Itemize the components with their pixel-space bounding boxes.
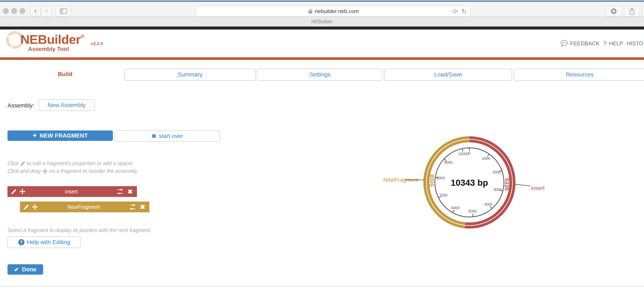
header-orange-divider	[0, 57, 644, 60]
help-label: HELP	[609, 40, 623, 47]
feedback-link[interactable]: FEEDBACK	[560, 40, 600, 47]
sidebar-toggle-button[interactable]	[56, 6, 71, 17]
feedback-label: FEEDBACK	[570, 40, 600, 47]
svg-text:4000: 4000	[484, 202, 492, 207]
download-icon	[610, 8, 617, 15]
tab-build-label: Build	[58, 71, 72, 77]
svg-text:5000: 5000	[468, 209, 476, 213]
fragment-name: NewFragment	[38, 204, 130, 210]
instruction-text: on a fragment to reorder the assembly.	[50, 168, 138, 174]
new-fragment-label: NEW FRAGMENT	[40, 132, 88, 139]
logo-title[interactable]: NEBuilder®	[20, 32, 84, 47]
logo-subtitle: Assembly Tool	[28, 46, 69, 52]
registered-mark: ®	[81, 34, 84, 39]
svg-text:6000: 6000	[451, 206, 460, 210]
speech-bubble-icon	[560, 40, 568, 47]
url-bar[interactable]: nebuilder.neb.com ↻	[196, 6, 471, 17]
move-icon	[42, 169, 48, 174]
done-button[interactable]: ✔ Done	[8, 264, 43, 275]
instruction-text: Click and drag	[8, 168, 41, 174]
help-with-editing-button[interactable]: ? Help with Editing	[8, 236, 81, 248]
back-button[interactable]: ‹	[30, 6, 41, 17]
instruction-text: Select a fragment to display its junctio…	[8, 227, 151, 233]
tab-settings[interactable]: Settings	[257, 69, 383, 81]
tab-summary[interactable]: Summary	[124, 69, 256, 81]
move-handle-icon[interactable]	[20, 189, 25, 195]
back-icon: ‹	[34, 7, 37, 15]
tab-settings-label: Settings	[309, 71, 330, 78]
plasmid-map[interactable]: 5335500801000200030004000500060007000800…	[382, 129, 564, 245]
exchange-icon[interactable]	[117, 189, 123, 195]
select-fragment-hint: Select a fragment to display its junctio…	[8, 227, 151, 233]
sidebar-icon	[60, 9, 67, 14]
window-zoom-button[interactable]	[20, 8, 25, 14]
delete-x-icon[interactable]: ✖	[140, 203, 145, 211]
header-links: FEEDBACK ? HELP HISTO	[560, 30, 644, 57]
done-label: Done	[22, 266, 36, 273]
x-icon: ✖	[152, 133, 156, 140]
tab-build[interactable]: Build	[8, 69, 123, 80]
instruction-text: to edit a fragment's properties or add a…	[27, 160, 134, 167]
reload-icon[interactable]: ↻	[462, 8, 466, 15]
help-circle-icon: ?	[18, 239, 24, 245]
exchange-icon[interactable]	[130, 204, 136, 210]
svg-text:5008: 5008	[428, 174, 435, 187]
delete-x-icon[interactable]: ✖	[128, 188, 133, 195]
mute-speaker-icon[interactable]	[452, 9, 458, 14]
svg-text:5335: 5335	[504, 178, 510, 191]
browser-tab-bar[interactable]: NEBuilder	[0, 17, 644, 27]
pencil-icon	[20, 161, 25, 166]
tab-summary-label: Summary	[178, 71, 202, 78]
svg-text:2000: 2000	[492, 170, 501, 174]
tab-load-save[interactable]: Load/Save	[384, 69, 512, 81]
logo-version: v2.2.5	[91, 41, 103, 46]
history-label: HISTO	[627, 40, 643, 47]
forward-button[interactable]: ›	[41, 6, 52, 17]
svg-text:10343 bp: 10343 bp	[451, 178, 488, 188]
svg-text:9000: 9000	[444, 160, 452, 165]
tab-resources[interactable]: Resources	[514, 69, 644, 81]
url-text: nebuilder.neb.com	[315, 8, 359, 15]
lock-icon	[308, 9, 313, 14]
new-fragment-button[interactable]: + NEW FRAGMENT	[8, 130, 113, 141]
start-over-button[interactable]: ✖ start over	[114, 130, 220, 142]
page-top-dark-bar	[0, 27, 644, 30]
edit-pencil-icon[interactable]	[24, 204, 29, 210]
window-minimize-button[interactable]	[11, 8, 17, 14]
question-mark-icon: ?	[603, 40, 607, 47]
svg-text:8000: 8000	[436, 176, 445, 180]
svg-text:1000: 1000	[482, 157, 490, 161]
edit-instruction-line: Click to edit a fragment's properties or…	[8, 160, 134, 167]
tabs-overview-button-clipped[interactable]	[642, 6, 644, 17]
tab-resources-label: Resources	[566, 71, 594, 78]
new-assembly-label: New Assembly	[48, 102, 86, 108]
screen: ‹ › nebuilder.neb.com	[0, 0, 644, 300]
svg-text:3000: 3000	[493, 188, 502, 192]
window-close-button[interactable]	[3, 8, 9, 14]
edit-pencil-icon[interactable]	[11, 189, 16, 194]
help-with-editing-label: Help with Editing	[27, 239, 70, 246]
start-over-label: start over	[159, 133, 183, 139]
history-link-clipped[interactable]: HISTO	[627, 40, 643, 47]
share-button[interactable]	[624, 6, 640, 17]
svg-text:10000: 10000	[458, 152, 469, 156]
plus-icon: +	[32, 131, 37, 139]
assembly-label: Assembly:	[8, 102, 34, 109]
help-link[interactable]: ? HELP	[603, 40, 623, 47]
tab-load-save-label: Load/Save	[434, 71, 462, 78]
new-assembly-button[interactable]: New Assembly	[38, 99, 94, 111]
browser-toolbar: ‹ › nebuilder.neb.com	[0, 2, 644, 17]
site-header: NEBuilder® v2.2.5 Assembly Tool FEEDBACK…	[0, 30, 644, 57]
fragment-bar-insert[interactable]: insert ✖	[8, 186, 137, 197]
check-icon: ✔	[14, 266, 19, 273]
fragment-name: insert	[25, 189, 117, 195]
share-icon	[629, 7, 635, 15]
move-handle-icon[interactable]	[32, 204, 38, 210]
browser-tab-title: NEBuilder	[311, 19, 333, 25]
fragment-bar-newfragment[interactable]: NewFragment ✖	[20, 202, 150, 212]
bottom-divider	[0, 286, 644, 286]
svg-text:0: 0	[468, 151, 470, 156]
forward-icon: ›	[45, 7, 48, 15]
downloads-button[interactable]	[606, 6, 622, 17]
svg-text:7000: 7000	[439, 193, 448, 197]
